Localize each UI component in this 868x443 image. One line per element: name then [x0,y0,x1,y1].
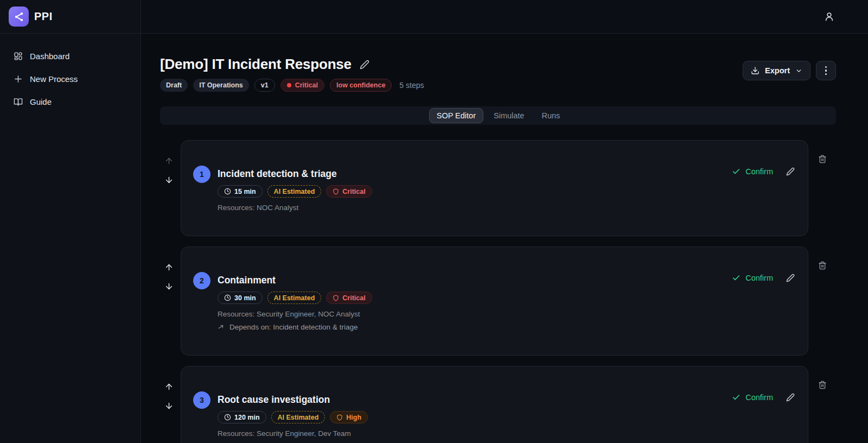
step-title: Incident detection & triage [218,168,795,180]
arrow-down-icon[interactable] [164,282,174,291]
shield-icon [333,188,339,195]
duration-pill: 30 min [218,292,263,304]
download-icon [751,66,760,75]
step-card: 1 Incident detection & triage 15 min AI … [181,140,808,236]
trash-icon[interactable] [818,261,827,270]
shield-icon [333,295,339,301]
topbar [141,0,868,34]
view-tabs: SOP Editor Simulate Runs [160,106,836,125]
sidebar-item-label: Dashboard [30,52,69,61]
page-header-left: [Demo] IT Incident Response Draft IT Ope… [160,56,424,92]
sidebar: Dashboard New Process Guide [0,34,141,443]
step-row-2: 2 Containment 30 min AI Estimated [160,246,836,356]
export-label: Export [765,66,790,75]
confirm-button[interactable]: Confirm [732,167,773,176]
app-logo [9,7,29,27]
dashboard-grid-icon [14,52,23,61]
check-icon [732,167,741,176]
check-icon [732,274,741,282]
ai-estimated-pill: AI Estimated [267,292,322,304]
arrow-down-icon[interactable] [164,401,174,410]
book-open-icon [14,97,23,106]
trash-icon[interactable] [818,381,827,389]
duration-pill: 120 min [218,411,266,423]
step-number: 2 [193,272,210,289]
step-number: 1 [193,166,210,183]
clock-icon [224,414,231,421]
step-resources: Resources: Security Engineer, NOC Analys… [218,310,795,318]
confirm-button[interactable]: Confirm [732,393,773,402]
main-content: [Demo] IT Incident Response Draft IT Ope… [141,34,868,443]
plus-icon [14,74,23,84]
version-badge: v1 [254,79,275,92]
sidebar-item-dashboard[interactable]: Dashboard [0,45,141,67]
page-header: [Demo] IT Incident Response Draft IT Ope… [160,56,836,92]
step-number: 3 [193,391,210,409]
ai-estimated-pill: AI Estimated [267,185,322,198]
arrow-up-icon[interactable] [164,382,174,391]
kebab-menu-icon [825,66,827,75]
step-row-1: 1 Incident detection & triage 15 min AI … [160,140,836,236]
user-icon[interactable] [824,11,834,22]
priority-pill: High [330,411,368,423]
more-menu-button[interactable] [816,61,836,80]
edit-title-pencil-icon[interactable] [360,60,369,69]
share-network-icon [14,11,24,22]
arrow-right-icon [218,324,225,331]
confirm-button[interactable]: Confirm [732,274,773,282]
severity-badge: Critical [280,79,324,92]
tab-simulate[interactable]: Simulate [487,108,531,123]
confidence-badge: low confidence [330,79,392,92]
status-badge: Draft [160,79,188,92]
export-button[interactable]: Export [743,61,810,80]
trash-icon[interactable] [818,155,827,163]
tab-runs[interactable]: Runs [534,108,567,123]
category-badge: IT Operations [193,79,249,92]
priority-pill: Critical [326,292,372,304]
sidebar-item-label: Guide [30,97,52,106]
sidebar-item-guide[interactable]: Guide [0,90,141,113]
badge-row: Draft IT Operations v1 Critical low conf… [160,79,424,92]
clock-icon [224,294,231,301]
steps-count: 5 steps [399,81,424,90]
step-list: 1 Incident detection & triage 15 min AI … [160,140,836,443]
chevron-down-icon [795,67,802,74]
arrow-up-icon[interactable] [164,263,174,272]
reorder-controls [160,366,181,443]
arrow-down-icon[interactable] [164,175,174,185]
app-layout: PPI Dashboard [0,0,868,443]
reorder-controls [160,140,181,236]
brand-name: PPI [34,10,53,23]
step-resources: Resources: Security Engineer, Dev Team [218,429,795,438]
step-title: Containment [218,275,795,286]
tab-sop-editor[interactable]: SOP Editor [429,108,483,123]
reorder-controls [160,246,181,356]
step-card: 2 Containment 30 min AI Estimated [181,246,808,356]
step-row-3: 3 Root cause investigation 120 min AI Es… [160,366,836,443]
edit-step-pencil-icon[interactable] [786,393,795,402]
step-dependency: Depends on: Incident detection & triage [218,323,795,331]
step-card: 3 Root cause investigation 120 min AI Es… [181,366,808,443]
step-resources: Resources: NOC Analyst [218,204,795,212]
clock-icon [224,188,231,195]
step-title: Root cause investigation [218,394,795,406]
header-actions: Export [743,61,836,80]
check-icon [732,393,741,402]
sidebar-item-label: New Process [30,74,78,84]
page-title: [Demo] IT Incident Response [160,56,352,73]
arrow-up-icon[interactable] [164,156,174,166]
edit-step-pencil-icon[interactable] [786,274,795,282]
ai-estimated-pill: AI Estimated [271,411,326,423]
priority-pill: Critical [326,185,372,198]
red-dot-icon [287,83,291,87]
edit-step-pencil-icon[interactable] [786,167,795,176]
shield-icon [336,414,343,421]
duration-pill: 15 min [218,185,263,198]
brand-home[interactable]: PPI [0,0,141,34]
sidebar-item-new-process[interactable]: New Process [0,67,141,90]
